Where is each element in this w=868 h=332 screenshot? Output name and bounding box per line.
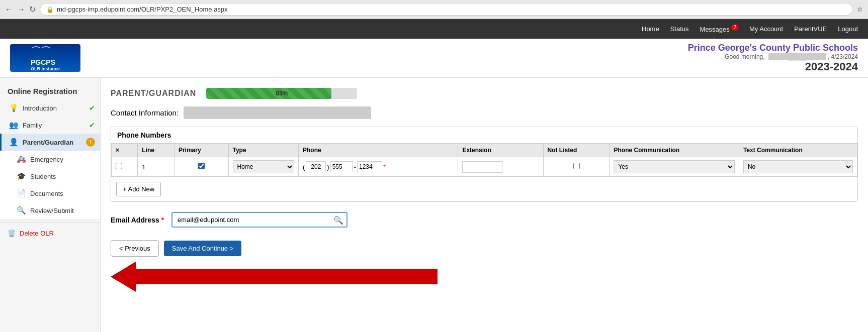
url-bar[interactable]: 🔒 md-pgcps-imp.edupoint.com/OLR/PXP2_OEN… bbox=[40, 3, 853, 16]
logo: ⌒⌒ PGCPS OLR Instance bbox=[10, 44, 80, 72]
username-hidden: ████ bbox=[768, 53, 826, 60]
page-wrapper: ⌒⌒ PGCPS OLR Instance Prince George's Co… bbox=[0, 39, 868, 332]
sidebar-item-label: Review/Submit bbox=[30, 207, 74, 214]
phone-last-input[interactable] bbox=[357, 161, 382, 172]
header-area: ⌒⌒ PGCPS OLR Instance Prince George's Co… bbox=[0, 39, 868, 78]
content-area: Online Registration 💡 Introduction ✔ 👥 F… bbox=[0, 78, 868, 332]
sidebar-divider bbox=[0, 222, 100, 223]
sidebar-item-label: Students bbox=[30, 173, 56, 180]
row-delete-cell[interactable] bbox=[112, 157, 138, 177]
back-button[interactable]: ← bbox=[5, 5, 13, 14]
row-text-comm-cell[interactable]: Yes No bbox=[739, 157, 857, 177]
sidebar-item-label: Documents bbox=[30, 190, 63, 197]
school-name: Prince George's County Public Schools bbox=[688, 43, 858, 53]
text-comm-select[interactable]: Yes No bbox=[743, 160, 853, 173]
email-required-star: * bbox=[161, 216, 164, 224]
delete-icon: 🗑️ bbox=[8, 230, 16, 237]
contact-info-label: Contact Information: bbox=[111, 108, 179, 117]
school-info: Prince George's County Public Schools Go… bbox=[688, 43, 858, 73]
sidebar-item-label: Family bbox=[23, 122, 42, 129]
email-input-wrapper: 🔍 bbox=[171, 212, 348, 228]
col-type: Type bbox=[228, 144, 298, 157]
row-phone-cell[interactable]: ( ) - * bbox=[298, 157, 458, 177]
not-listed-checkbox[interactable] bbox=[573, 163, 580, 169]
col-not-listed: Not Listed bbox=[543, 144, 610, 157]
progress-bar-inner bbox=[206, 88, 331, 99]
phone-numbers-section: Phone Numbers × Line Primary Type Phone … bbox=[111, 127, 858, 202]
row-primary-checkbox[interactable] bbox=[198, 163, 205, 169]
documents-icon: 📄 bbox=[17, 189, 26, 198]
home-nav-link[interactable]: Home bbox=[637, 23, 664, 35]
email-input[interactable] bbox=[171, 212, 348, 228]
add-new-button[interactable]: + Add New bbox=[116, 182, 161, 196]
school-greeting: Good morning, ████, 4/23/2024 bbox=[688, 53, 858, 60]
emergency-icon: 🚑 bbox=[17, 155, 26, 164]
progress-container: 83% bbox=[206, 88, 357, 99]
sidebar-item-family[interactable]: 👥 Family ✔ bbox=[0, 117, 100, 134]
phone-comm-select[interactable]: Yes No bbox=[614, 160, 734, 173]
my-account-nav-link[interactable]: My Account bbox=[744, 23, 788, 35]
delete-olr-button[interactable]: 🗑️ Delete OLR bbox=[0, 226, 100, 241]
bookmark-icon[interactable]: ☆ bbox=[857, 6, 863, 13]
parentvue-nav-link[interactable]: ParentVUE bbox=[789, 23, 832, 35]
section-header: PARENT/GUARDIAN 83% bbox=[111, 88, 858, 99]
browser-chrome: ← → ↻ 🔒 md-pgcps-imp.edupoint.com/OLR/PX… bbox=[0, 0, 868, 19]
messages-badge: 2 bbox=[731, 24, 738, 31]
sidebar-item-label: Emergency bbox=[30, 156, 63, 163]
phone-mid-input[interactable] bbox=[330, 161, 353, 172]
messages-nav-link[interactable]: Messages 2 bbox=[695, 22, 743, 36]
row-not-listed-cell[interactable] bbox=[543, 157, 610, 177]
extension-input[interactable] bbox=[462, 161, 502, 173]
sidebar-item-review-submit[interactable]: 🔍 Review/Submit bbox=[0, 202, 100, 219]
progress-label: 83% bbox=[276, 90, 288, 97]
email-lookup-icon[interactable]: 🔍 bbox=[333, 215, 343, 225]
row-type-cell[interactable]: Home Cell Work bbox=[228, 157, 298, 177]
row-type-select[interactable]: Home Cell Work bbox=[233, 160, 294, 173]
sidebar: Online Registration 💡 Introduction ✔ 👥 F… bbox=[0, 78, 101, 332]
school-year: 2023-2024 bbox=[688, 60, 858, 73]
sidebar-item-label: Parent/Guardian bbox=[23, 139, 73, 146]
red-arrow-container bbox=[111, 262, 858, 292]
footer-buttons: < Previous Save And Continue > bbox=[111, 240, 858, 257]
col-line: Line bbox=[138, 144, 175, 157]
lock-icon: 🔒 bbox=[46, 6, 54, 13]
review-submit-icon: 🔍 bbox=[17, 206, 26, 215]
phone-required-star: * bbox=[383, 163, 386, 171]
sidebar-item-students[interactable]: 🎓 Students bbox=[0, 168, 100, 185]
row-phone-comm-cell[interactable]: Yes No bbox=[610, 157, 739, 177]
col-text-comm: Text Communication bbox=[739, 144, 857, 157]
phone-area-input[interactable] bbox=[306, 161, 326, 172]
row-delete-checkbox[interactable] bbox=[116, 163, 122, 169]
red-arrow bbox=[111, 262, 438, 292]
sidebar-item-documents[interactable]: 📄 Documents bbox=[0, 185, 100, 202]
introduction-check-icon: ✔ bbox=[89, 104, 95, 112]
email-label: Email Address * bbox=[111, 216, 164, 224]
previous-button[interactable]: < Previous bbox=[111, 240, 159, 257]
phone-numbers-table: × Line Primary Type Phone Extension Not … bbox=[111, 143, 857, 177]
section-title: PARENT/GUARDIAN bbox=[111, 89, 196, 98]
logout-nav-link[interactable]: Logout bbox=[833, 23, 863, 35]
contact-info-row: Contact Information: ███████████████████… bbox=[111, 106, 858, 119]
progress-bar: 83% bbox=[206, 88, 357, 99]
row-primary-cell[interactable] bbox=[174, 157, 228, 177]
status-nav-link[interactable]: Status bbox=[665, 23, 694, 35]
col-phone: Phone bbox=[298, 144, 458, 157]
row-extension-cell[interactable] bbox=[458, 157, 543, 177]
forward-button[interactable]: → bbox=[17, 5, 25, 14]
row-line: 1 bbox=[138, 157, 175, 177]
refresh-button[interactable]: ↻ bbox=[29, 5, 36, 14]
main-content: PARENT/GUARDIAN 83% Contact Information:… bbox=[101, 78, 868, 332]
family-check-icon: ✔ bbox=[89, 121, 95, 129]
table-header-row: × Line Primary Type Phone Extension Not … bbox=[112, 144, 857, 157]
parent-guardian-warn-icon: ! bbox=[86, 138, 95, 147]
save-continue-button[interactable]: Save And Continue > bbox=[164, 241, 242, 256]
sidebar-item-parent-guardian[interactable]: 👤 Parent/Guardian ! bbox=[0, 134, 100, 151]
sidebar-item-label: Introduction bbox=[23, 104, 57, 112]
email-section: Email Address * 🔍 bbox=[111, 212, 858, 228]
sidebar-item-introduction[interactable]: 💡 Introduction ✔ bbox=[0, 99, 100, 117]
table-row: 1 Home Cell Work bbox=[112, 157, 857, 177]
arrow-head bbox=[111, 262, 136, 292]
col-primary: Primary bbox=[174, 144, 228, 157]
sidebar-item-emergency[interactable]: 🚑 Emergency bbox=[0, 151, 100, 168]
family-icon: 👥 bbox=[9, 121, 19, 130]
